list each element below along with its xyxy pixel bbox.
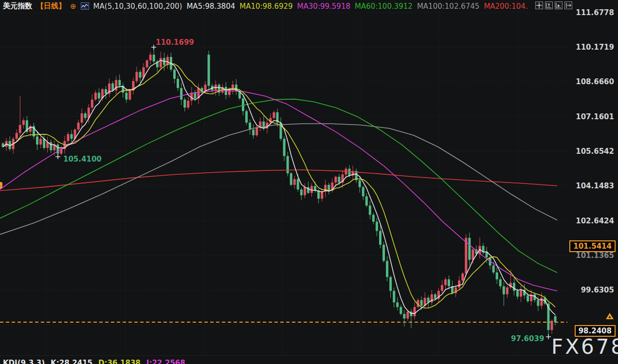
- ma-params-label: MA(5,10,30,60,100,200): [93, 2, 182, 11]
- candle-body: [400, 307, 402, 314]
- candle-body: [262, 122, 265, 128]
- ma60-value: MA60:100.3912: [355, 2, 413, 11]
- candle-body: [369, 205, 371, 215]
- candle-body: [365, 197, 368, 206]
- candle-body: [338, 177, 340, 182]
- candle-body: [91, 100, 93, 108]
- candle-body: [245, 111, 248, 123]
- candle-body: [300, 189, 303, 195]
- candle-body: [208, 55, 210, 86]
- candle-body: [249, 123, 251, 129]
- candlestick-chart[interactable]: [0, 0, 618, 364]
- candle-body: [194, 92, 196, 98]
- candle-body: [503, 286, 505, 294]
- candle-body: [67, 134, 69, 141]
- candle-body: [434, 294, 436, 299]
- ma100-value: MA100:102.6745: [417, 2, 479, 11]
- candle-body: [448, 279, 450, 286]
- ma-line-MA5: [3, 60, 555, 315]
- candle-body: [71, 134, 73, 139]
- axis-scale-right-icon[interactable]: [555, 1, 563, 9]
- candle-body: [458, 280, 460, 287]
- mini-chart-icon[interactable]: [81, 2, 89, 10]
- candle-body: [56, 145, 59, 154]
- candle-body: [177, 79, 179, 88]
- candle-body: [252, 129, 254, 135]
- candle-body: [472, 249, 474, 259]
- candle-body: [139, 72, 142, 78]
- candle-body: [492, 266, 495, 273]
- candle-body: [386, 261, 388, 277]
- candle-body: [362, 187, 364, 197]
- period-label: 【日线】: [36, 1, 66, 11]
- candle-body: [50, 142, 52, 150]
- candle-body: [304, 187, 306, 196]
- candle-body: [273, 112, 275, 118]
- add-indicator-icon[interactable]: ⊕: [70, 3, 76, 10]
- ma-line-MA200: [0, 170, 557, 191]
- candle-body: [516, 291, 519, 297]
- candle-body: [376, 222, 378, 231]
- candle-body: [149, 55, 152, 60]
- candle-body: [98, 92, 100, 98]
- candle-body: [499, 279, 502, 286]
- candle-body: [482, 246, 485, 252]
- candle-body: [506, 288, 509, 294]
- candle-body: [540, 298, 543, 306]
- candle-body: [255, 127, 258, 135]
- candle-body: [128, 91, 131, 100]
- candle-body: [242, 98, 244, 111]
- candle-body: [297, 179, 299, 189]
- candle-body: [183, 100, 186, 108]
- candle-body: [379, 231, 382, 245]
- candle-body: [16, 133, 18, 139]
- ma5-value: MA5:98.3804: [186, 2, 235, 11]
- chart-title: 美元指数: [3, 1, 32, 11]
- ma30-value: MA30:99.5918: [297, 2, 350, 11]
- candle-body: [39, 139, 42, 145]
- candle-body: [403, 314, 405, 318]
- candle-body: [125, 92, 127, 99]
- candle-body: [77, 123, 80, 129]
- candle-body: [94, 92, 97, 99]
- candle-body: [290, 173, 292, 185]
- candle-body: [334, 177, 337, 182]
- candle-body: [317, 191, 320, 199]
- candle-body: [348, 169, 351, 176]
- candle-body: [396, 302, 399, 307]
- candle-body: [43, 139, 45, 148]
- candle-body: [496, 273, 498, 279]
- candle-body: [283, 139, 286, 156]
- candle-body: [173, 70, 176, 79]
- candle-body: [414, 307, 416, 316]
- ma-line-MA100: [0, 124, 557, 234]
- candle-body: [314, 186, 316, 190]
- candle-body: [135, 72, 138, 81]
- candle-body: [406, 311, 409, 318]
- chart-toolbar: [535, 1, 572, 9]
- candle-body: [19, 125, 21, 133]
- candle-body: [160, 58, 162, 67]
- candle-body: [520, 290, 522, 296]
- candle-body: [389, 277, 392, 291]
- candle-body: [420, 300, 423, 306]
- candle-body: [293, 179, 296, 185]
- candle-body: [84, 113, 87, 118]
- candle-body: [111, 83, 114, 90]
- candle-body: [382, 245, 385, 261]
- candle-body: [153, 55, 155, 61]
- candle-body: [527, 295, 529, 301]
- candle-body: [81, 113, 83, 123]
- ma200-value: MA200:104.: [484, 2, 527, 11]
- crosshair-icon[interactable]: [535, 1, 543, 9]
- candle-body: [146, 60, 148, 67]
- candle-body: [105, 89, 107, 93]
- candle-body: [393, 291, 395, 303]
- exit-right-icon[interactable]: [564, 1, 572, 9]
- candle-body: [461, 273, 464, 280]
- axis-scale-up-icon[interactable]: [545, 1, 553, 9]
- candle-body: [287, 156, 289, 174]
- candle-body: [554, 316, 557, 322]
- candle-body: [444, 279, 447, 285]
- candle-body: [118, 80, 121, 86]
